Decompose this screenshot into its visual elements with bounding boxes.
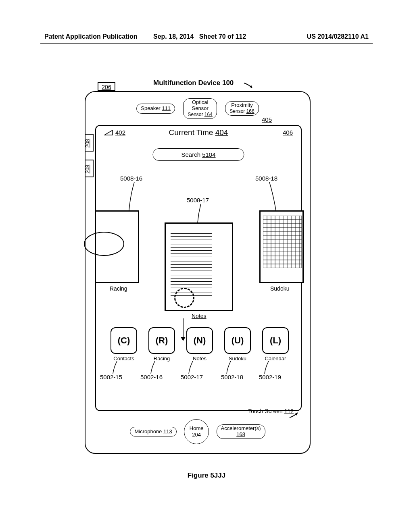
accelerometer-pill: Accelerometer(s)168	[217, 424, 265, 439]
touch-gesture-icon	[174, 288, 194, 308]
card-racing[interactable]	[95, 210, 139, 283]
side-button-208b: 208	[85, 160, 94, 177]
figure-caption: Figure 5JJJ	[0, 472, 413, 480]
ref-206: 206	[98, 82, 115, 91]
lead-line	[264, 360, 272, 374]
card-sudoku-label: Sudoku	[270, 285, 289, 292]
touch-screen[interactable]: 402 Current Time 404 406 Search 5104 500…	[95, 125, 302, 411]
device-outline: 208 208 Speaker 111 Optical SensorSensor…	[85, 91, 311, 454]
bottom-hardware-row: Microphone 113 Home204 Accelerometer(s)1…	[86, 419, 310, 444]
card-notes-label: Notes	[192, 313, 206, 319]
side-button-208a: 208	[85, 134, 94, 152]
touchscreen-arrow-icon	[289, 411, 301, 419]
lead-line	[265, 181, 277, 212]
title-arrow-icon	[243, 82, 255, 90]
header-mid: Sep. 18, 2014 Sheet 70 of 112	[153, 33, 246, 40]
home-button[interactable]: Home204	[184, 419, 209, 444]
card-sudoku[interactable]	[259, 210, 304, 283]
search-field[interactable]: Search 5104	[152, 148, 244, 161]
current-time-label: Current Time 404	[96, 128, 301, 137]
lead-line	[128, 181, 140, 212]
touch-screen-label: Touch Screen 112	[248, 408, 294, 414]
ref-5008-16: 5008-16	[120, 175, 142, 182]
ref-5002-16: 5002-16	[140, 374, 163, 380]
optical-sensor-pill: Optical SensorSensor 164	[183, 98, 217, 119]
app-icon-notes[interactable]: (N)	[186, 327, 213, 354]
app-icon-racing[interactable]: (R)	[148, 327, 175, 354]
lead-line	[150, 360, 158, 374]
proximity-sensor-pill: ProximitySensor 166	[225, 101, 259, 116]
lead-line	[197, 203, 205, 223]
speaker-pill: Speaker 111	[136, 104, 175, 114]
header-pubno: US 2014/0282110 A1	[307, 33, 369, 40]
sensor-row: Speaker 111 Optical SensorSensor 164 Pro…	[86, 98, 310, 119]
racing-ellipse-icon	[84, 232, 124, 256]
ref-5002-17: 5002-17	[181, 374, 203, 380]
header-rule	[40, 43, 373, 44]
app-icon-calendar[interactable]: (L)	[262, 327, 289, 354]
card-racing-label: Racing	[110, 285, 127, 292]
device-title: Multifunction Device 100	[153, 79, 234, 87]
lead-line	[112, 360, 120, 374]
ref-5008-17: 5008-17	[187, 197, 209, 204]
arrow-down-icon	[183, 318, 184, 340]
app-icon-sudoku[interactable]: (U)	[224, 327, 251, 354]
ref-405: 405	[262, 116, 272, 123]
figure: Multifunction Device 100 206 208 208 Spe…	[77, 79, 331, 462]
ref-406: 406	[283, 129, 293, 136]
microphone-pill: Microphone 113	[130, 427, 176, 437]
lead-line	[188, 360, 196, 374]
ref-5002-18: 5002-18	[221, 374, 243, 380]
ref-5002-19: 5002-19	[259, 374, 281, 380]
app-icon-contacts[interactable]: (C)	[111, 327, 137, 354]
sudoku-grid-icon	[263, 216, 302, 268]
header-left: Patent Application Publication	[44, 33, 138, 40]
ref-5008-18: 5008-18	[255, 175, 277, 182]
page-header: Patent Application Publication Sep. 18, …	[0, 33, 413, 40]
lead-line	[226, 360, 234, 374]
ref-5002-15: 5002-15	[100, 374, 122, 380]
